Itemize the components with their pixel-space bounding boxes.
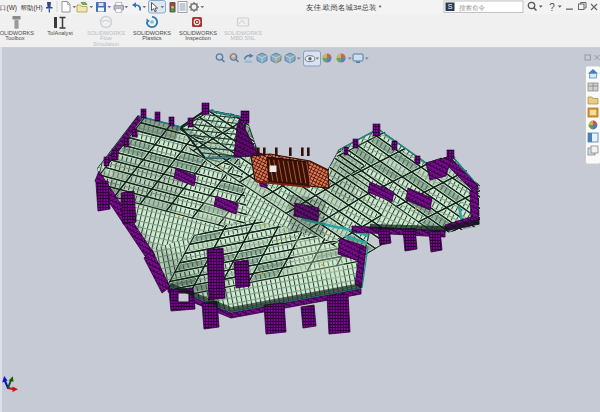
- svg-text:?: ?: [549, 2, 555, 13]
- svg-text:S: S: [448, 3, 453, 10]
